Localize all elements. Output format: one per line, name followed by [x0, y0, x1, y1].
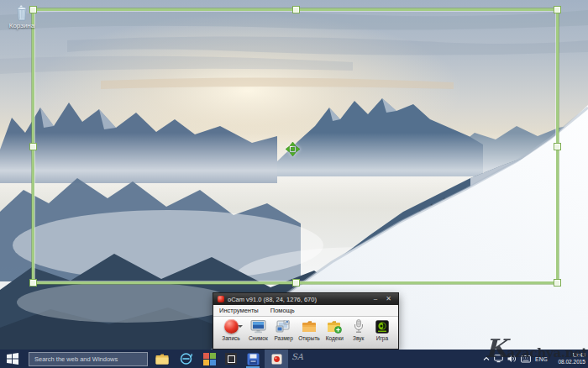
ocam-taskbar-button[interactable] [242, 350, 264, 368]
active-window-taskbar-button[interactable] [265, 350, 288, 368]
resize-handle-top-right[interactable] [554, 6, 561, 13]
active-window-icon [271, 354, 282, 365]
window-title: oCam v91.0 (88, 24, 1276, 670) [228, 296, 368, 303]
resize-handle-bottom-left[interactable] [29, 279, 37, 287]
snapshot-icon [250, 318, 266, 334]
capture-region-rectangle[interactable] [32, 8, 559, 284]
microphone-icon [354, 318, 364, 334]
file-explorer-taskbar-button[interactable] [151, 350, 173, 368]
resize-button[interactable]: Размер [271, 318, 297, 341]
start-button[interactable] [0, 350, 25, 368]
record-icon [224, 319, 239, 334]
resize-icon [276, 318, 291, 334]
minimize-button[interactable]: – [371, 296, 380, 302]
ocam-title-bar[interactable]: oCam v91.0 (88, 24, 1276, 670) – ✕ [213, 293, 398, 305]
close-button[interactable]: ✕ [383, 296, 394, 302]
menu-help[interactable]: Помощь [265, 307, 301, 314]
resize-handle-middle-left[interactable] [29, 143, 37, 150]
store-app-icon [225, 353, 237, 365]
ocam-taskbar-icon [247, 353, 260, 365]
codecs-icon [327, 318, 342, 334]
recycle-bin-icon [14, 4, 29, 21]
menu-tools[interactable]: Инструменты [213, 307, 265, 314]
ocam-app-icon [218, 296, 224, 302]
game-nvidia-icon [375, 318, 389, 334]
ocam-toolbar: Запись Снимок [213, 317, 398, 349]
search-input[interactable] [29, 353, 147, 365]
internet-explorer-icon [179, 352, 193, 365]
internet-explorer-taskbar-button[interactable] [175, 350, 197, 368]
file-explorer-icon [155, 354, 169, 365]
tiles-app-icon [203, 353, 216, 365]
codecs-button[interactable]: Кодеки [322, 318, 347, 341]
recycle-bin[interactable]: Корзина [3, 4, 40, 29]
windows-logo-icon [7, 353, 18, 365]
open-button[interactable]: Открыть [297, 318, 322, 341]
snapshot-button[interactable]: Снимок [245, 318, 270, 341]
taskbar-search[interactable] [29, 352, 148, 366]
sound-button[interactable]: Звук [348, 318, 370, 341]
open-folder-icon [302, 318, 317, 334]
record-dropdown-icon[interactable] [238, 325, 243, 328]
photos-app-taskbar-button[interactable] [198, 350, 220, 368]
store-app-taskbar-button[interactable] [220, 350, 242, 368]
ocam-window[interactable]: oCam v91.0 (88, 24, 1276, 670) – ✕ Инстр… [213, 292, 399, 350]
recycle-bin-label: Корзина [3, 22, 40, 29]
desktop: Корзина oCam v91.0 (88, 2 [0, 0, 588, 368]
site-watermark-text: Kazachya.net [485, 343, 587, 359]
sa-watermark-text: SA [291, 352, 303, 361]
resize-handle-middle-right[interactable] [554, 143, 561, 150]
resize-handle-top-middle[interactable] [292, 6, 300, 13]
move-region-icon[interactable] [286, 142, 300, 156]
resize-handle-bottom-right[interactable] [554, 279, 561, 287]
ocam-menu-bar: Инструменты Помощь [213, 305, 398, 317]
record-button[interactable]: Запись [217, 318, 245, 341]
game-button[interactable]: Игра [370, 318, 395, 341]
resize-handle-bottom-middle[interactable] [292, 279, 300, 287]
